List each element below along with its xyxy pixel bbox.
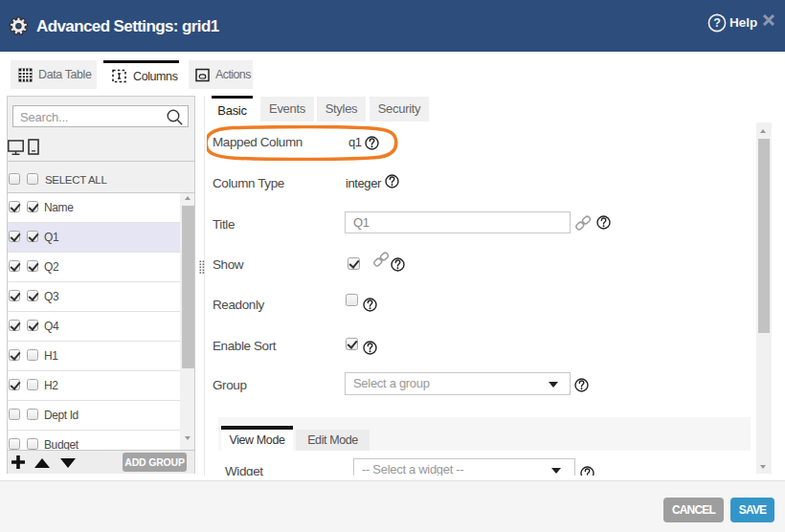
svg-text:?: ? xyxy=(713,16,721,30)
